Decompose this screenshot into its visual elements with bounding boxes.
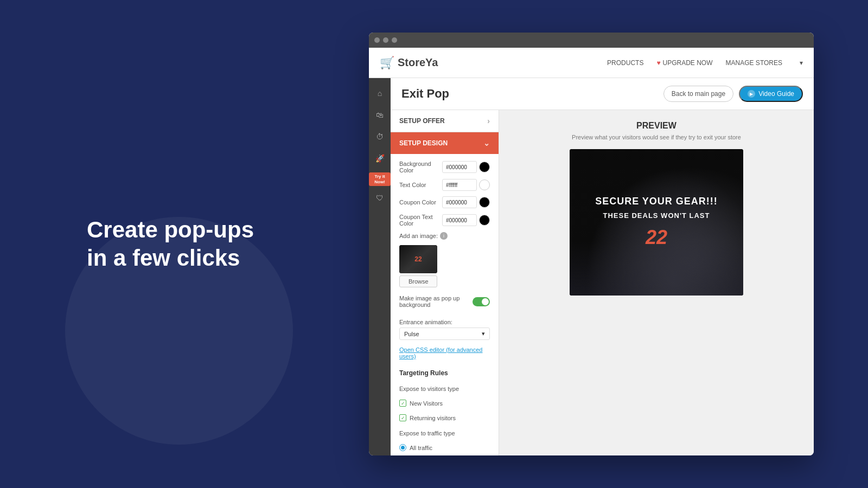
sidebar: ⌂ 🛍 ⏱ 🚀 Try It Now! 🛡: [369, 78, 391, 455]
new-visitors-label: New Visitors: [410, 400, 443, 407]
coupon-color-input[interactable]: [442, 196, 477, 208]
sidebar-item-history[interactable]: ⏱: [370, 127, 390, 146]
coupon-text-color-input[interactable]: [442, 214, 477, 226]
window-top-bar: [369, 33, 814, 48]
hero-headline: Create pop-ups in a few clicks: [87, 216, 254, 273]
coupon-text-color-input-group: [442, 214, 490, 226]
make-bg-label: Make image as pop up background: [399, 295, 473, 308]
video-guide-button[interactable]: ▶ Video Guide: [739, 86, 803, 102]
app-header: 🛒 StoreYa PRODUCTS ♥ UPGRADE NOW MANAGE …: [369, 48, 814, 78]
page-title: Exit Pop: [401, 87, 449, 101]
text-color-row: Text Color: [399, 179, 490, 191]
entrance-select[interactable]: Pulse ▾: [399, 328, 490, 340]
hero-text-block: Create pop-ups in a few clicks: [87, 216, 254, 273]
all-traffic-label: All traffic: [410, 445, 432, 451]
header-nav: PRODUCTS ♥ UPGRADE NOW MANAGE STORES ▾: [607, 59, 803, 67]
expose-visitors-label: Expose to visitors type: [399, 386, 490, 392]
toggle-knob: [482, 298, 489, 305]
preview-subtitle: Preview what your visitors would see if …: [572, 134, 741, 140]
play-icon: ▶: [748, 90, 755, 98]
returning-visitors-checkbox[interactable]: ✓: [399, 414, 406, 421]
all-traffic-radio[interactable]: [399, 444, 406, 451]
preview-title: PREVIEW: [636, 121, 676, 131]
setup-offer-label: SETUP OFFER: [399, 117, 445, 125]
main-body: ⌂ 🛍 ⏱ 🚀 Try It Now! 🛡 Exit Pop Back to m…: [369, 78, 814, 455]
setup-design-chevron: ⌄: [483, 139, 490, 147]
new-visitors-row: ✓ New Visitors: [399, 400, 490, 407]
image-preview[interactable]: 22: [399, 245, 437, 273]
image-preview-bg: 22: [399, 245, 437, 273]
header-actions: Back to main page ▶ Video Guide: [663, 86, 803, 102]
content-header: Exit Pop Back to main page ▶ Video Guide: [391, 78, 814, 110]
add-image-row: Add an image: i: [399, 232, 490, 240]
text-color-swatch[interactable]: [479, 179, 490, 190]
coupon-text-color-label: Coupon Text Color: [399, 214, 442, 227]
background-color-row: Background Color: [399, 160, 490, 174]
add-image-label: Add an image:: [399, 233, 438, 239]
back-to-main-button[interactable]: Back to main page: [663, 86, 733, 102]
coupon-text-color-swatch[interactable]: [479, 215, 490, 226]
try-it-now-button[interactable]: Try It Now!: [369, 172, 391, 186]
preview-number: 22: [595, 226, 718, 249]
add-image-info-icon[interactable]: i: [440, 232, 448, 240]
image-number: 22: [414, 255, 422, 263]
text-color-input-group: [442, 179, 490, 191]
logo-icon: 🛒: [380, 56, 394, 70]
two-panels: SETUP OFFER › SETUP DESIGN ⌄ Background …: [391, 110, 814, 455]
app-window: 🛒 StoreYa PRODUCTS ♥ UPGRADE NOW MANAGE …: [369, 33, 814, 455]
sidebar-item-bag[interactable]: 🛍: [370, 105, 390, 125]
make-bg-toggle-row: Make image as pop up background: [399, 295, 490, 308]
text-color-label: Text Color: [399, 182, 426, 188]
logo: 🛒 StoreYa: [380, 56, 607, 70]
coupon-color-row: Coupon Color: [399, 196, 490, 208]
hero-section: Create pop-ups in a few clicks: [54, 0, 369, 488]
returning-visitors-row: ✓ Returning visitors: [399, 414, 490, 421]
background-color-swatch[interactable]: [479, 162, 490, 172]
targeting-title: Targeting Rules: [399, 369, 490, 377]
background-color-input-group: [442, 161, 490, 173]
preview-subtext: THESE DEALS WON'T LAST: [595, 211, 718, 220]
background-color-input[interactable]: [442, 161, 477, 173]
coupon-color-swatch[interactable]: [479, 197, 490, 208]
all-traffic-row: All traffic: [399, 444, 490, 451]
returning-visitors-label: Returning visitors: [410, 415, 456, 421]
setup-offer-row[interactable]: SETUP OFFER ›: [391, 110, 499, 132]
coupon-color-input-group: [442, 196, 490, 208]
settings-panel: SETUP OFFER › SETUP DESIGN ⌄ Background …: [391, 110, 499, 455]
window-dot-3: [392, 37, 397, 43]
coupon-color-label: Coupon Color: [399, 199, 436, 206]
entrance-value: Pulse: [404, 331, 419, 337]
nav-upgrade[interactable]: ♥ UPGRADE NOW: [656, 59, 712, 67]
coupon-text-color-row: Coupon Text Color: [399, 214, 490, 227]
entrance-label: Entrance animation:: [399, 319, 490, 325]
nav-products[interactable]: PRODUCTS: [607, 59, 643, 67]
entrance-dropdown-arrow: ▾: [482, 330, 485, 337]
radio-inner: [401, 446, 405, 450]
preview-popup: SECURE YOUR GEAR!!! THESE DEALS WON'T LA…: [570, 149, 743, 296]
new-visitors-checkbox[interactable]: ✓: [399, 400, 406, 407]
sidebar-item-rocket[interactable]: 🚀: [370, 149, 390, 168]
nav-manage[interactable]: MANAGE STORES: [726, 59, 782, 67]
browse-button[interactable]: Browse: [399, 275, 437, 287]
sidebar-item-shield[interactable]: 🛡: [370, 188, 390, 208]
background-color-label: Background Color: [399, 160, 442, 174]
window-dot-1: [374, 37, 380, 43]
css-editor-link[interactable]: Open CSS editor (for advanced users): [399, 346, 490, 359]
make-bg-toggle[interactable]: [473, 297, 490, 306]
preview-headline: SECURE YOUR GEAR!!!: [595, 196, 718, 207]
window-dot-2: [383, 37, 388, 43]
settings-content: Background Color Text Color: [391, 154, 499, 455]
setup-design-label: SETUP DESIGN: [399, 139, 448, 147]
preview-panel: PREVIEW Preview what your visitors would…: [499, 110, 814, 455]
setup-offer-arrow: ›: [487, 117, 490, 125]
content-area: Exit Pop Back to main page ▶ Video Guide…: [391, 78, 814, 455]
sidebar-item-home[interactable]: ⌂: [370, 84, 390, 103]
header-dropdown-arrow[interactable]: ▾: [800, 59, 803, 67]
preview-text-overlay: SECURE YOUR GEAR!!! THESE DEALS WON'T LA…: [584, 185, 729, 260]
heart-icon: ♥: [656, 59, 660, 67]
logo-text[interactable]: StoreYa: [398, 56, 438, 69]
setup-design-row[interactable]: SETUP DESIGN ⌄: [391, 132, 499, 154]
text-color-input[interactable]: [442, 179, 477, 191]
expose-traffic-label: Expose to traffic type: [399, 430, 490, 436]
